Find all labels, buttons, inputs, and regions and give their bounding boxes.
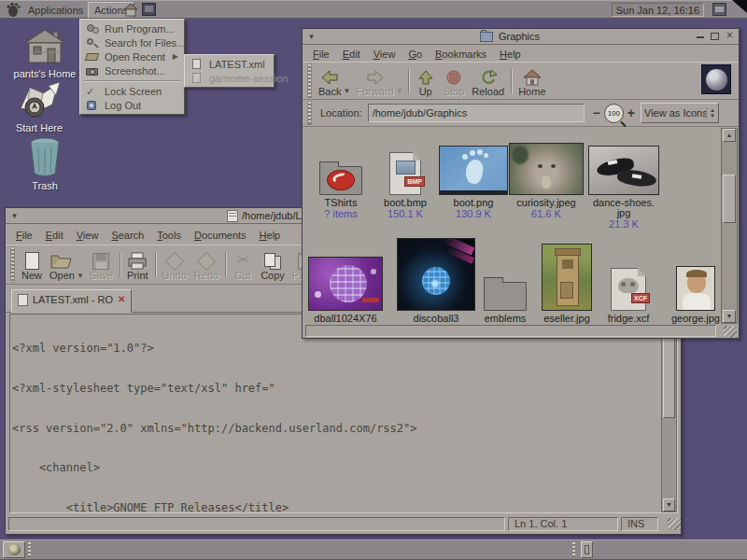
back-button[interactable]: Back [315, 64, 345, 98]
submenu-arrow-icon: ▶ [165, 52, 178, 61]
panel-applet-icon[interactable] [712, 3, 726, 16]
tab-latest-xml[interactable]: LATEST.xml - RO ✕ [11, 289, 132, 313]
menu-item-label: Screenshot... [105, 65, 165, 77]
menu-view[interactable]: View [70, 228, 106, 243]
desktop-icon-home[interactable]: pants's Home [0, 28, 90, 79]
desktop-icon-start-here[interactable]: Start Here [0, 80, 84, 133]
menu-documents[interactable]: Documents [188, 228, 253, 243]
print-button[interactable]: Print [123, 248, 152, 282]
back-history-caret[interactable]: ▼ [343, 87, 350, 95]
undo-icon [168, 249, 181, 270]
open-folder-icon [50, 249, 73, 270]
file-dball1024x76[interactable]: dball1024X76 [308, 236, 383, 324]
scrollbar-thumb[interactable] [663, 329, 675, 418]
file-dance-shoes-jpg[interactable]: dance-shoes. jpg 21.3 K [586, 130, 661, 230]
reload-button[interactable]: Reload [468, 64, 508, 98]
graphics-vscrollbar[interactable]: ▲ ▼ [721, 128, 738, 324]
photo-thumbnail [509, 130, 584, 195]
menu-item-garnome-session[interactable]: garnome-session [186, 71, 273, 85]
menu-item-screenshot[interactable]: Screenshot... [81, 63, 183, 77]
file-george-jpg[interactable]: george.jpg [658, 236, 722, 324]
scroll-up-button[interactable]: ▲ [723, 129, 736, 142]
menu-item-label: Search for Files... [105, 37, 185, 49]
menu-file[interactable]: File [9, 228, 39, 243]
graphics-window: ▾ Graphics × File Edit View Go Bookmarks… [302, 28, 740, 339]
menu-item-lock-screen[interactable]: ✓ Lock Screen [81, 84, 183, 98]
home-button[interactable]: Home [514, 64, 549, 98]
toolbar-drag-handle[interactable] [10, 246, 15, 283]
file-icon-view[interactable]: TShirts ? items BMP boot.bmp 150.1 K boo… [303, 128, 722, 324]
undo-button: Undo [159, 248, 190, 282]
window-menu-button[interactable]: ▾ [305, 31, 317, 43]
file-boot-png[interactable]: boot.png 130.9 K [436, 130, 511, 219]
search-icon [86, 37, 100, 49]
maximize-button[interactable] [708, 30, 722, 43]
minimize-button[interactable] [693, 30, 707, 43]
forward-history-caret: ▼ [396, 87, 403, 95]
resize-grip[interactable] [724, 326, 737, 338]
window-menu-button[interactable]: ▾ [8, 210, 21, 222]
zoom-in-button[interactable]: + [627, 105, 635, 120]
home-launcher-icon[interactable] [123, 3, 138, 19]
new-button[interactable]: New [18, 248, 46, 282]
file-boot-bmp[interactable]: BMP boot.bmp 150.1 K [368, 130, 443, 219]
open-button[interactable]: Open [46, 248, 78, 282]
open-recent-submenu: LATEST.xml garnome-session [184, 54, 275, 88]
scrollbar-thumb[interactable] [723, 175, 736, 223]
open-recent-caret[interactable]: ▼ [77, 272, 84, 280]
location-drag-handle[interactable] [307, 101, 312, 125]
tasklist-drag-handle[interactable] [27, 541, 32, 558]
menu-item-open-recent[interactable]: Open Recent ▶ [81, 49, 183, 63]
menu-file[interactable]: File [306, 47, 336, 62]
menu-item-run-program[interactable]: Run Program... [81, 21, 183, 35]
menu-tools[interactable]: Tools [150, 228, 188, 243]
home-icon [523, 65, 542, 86]
menu-item-log-out[interactable]: Log Out [81, 98, 183, 112]
menu-search[interactable]: Search [105, 228, 150, 243]
menu-bookmarks[interactable]: Bookmarks [429, 47, 493, 62]
copy-icon [264, 249, 281, 270]
zoom-indicator[interactable]: 100 [604, 104, 624, 123]
file-curiosity-jpeg[interactable]: curiosity.jpeg 61.6 K [509, 130, 584, 219]
location-input[interactable]: /home/jdub/Graphics [368, 104, 585, 122]
gedit-text-area[interactable]: <?xml version="1.0"?> <?xml-stylesheet t… [12, 315, 660, 512]
menu-go[interactable]: Go [402, 47, 429, 62]
scroll-down-button[interactable]: ▼ [663, 498, 675, 511]
gnome-foot-icon[interactable] [6, 2, 21, 20]
zoom-out-button[interactable]: − [593, 105, 600, 120]
panel-clock[interactable]: Sun Jan 12, 16:16 [612, 3, 704, 17]
menu-help[interactable]: Help [493, 47, 528, 62]
menu-item-latest-xml[interactable]: LATEST.xml [186, 57, 273, 71]
gedit-text-frame: <?xml version="1.0"?> <?xml-stylesheet t… [9, 314, 678, 513]
redo-button: Redo [190, 248, 222, 282]
statusbar-frame [8, 517, 505, 531]
start-here-icon [15, 80, 63, 119]
menu-help[interactable]: Help [253, 228, 288, 243]
desktop-icon-trash[interactable]: Trash [0, 136, 90, 191]
tab-close-icon[interactable]: ✕ [118, 294, 125, 304]
file-fridge-xcf[interactable]: XCF fridge.xcf [591, 236, 666, 324]
screenshot-launcher-icon[interactable] [142, 3, 156, 16]
file-discoball3[interactable]: discoball3 [399, 236, 473, 324]
pager-drag-handle[interactable] [571, 541, 576, 558]
graphics-titlebar[interactable]: ▾ Graphics × [303, 29, 739, 45]
close-button[interactable]: × [723, 30, 737, 43]
applications-menu[interactable]: Applications [22, 4, 89, 17]
photo-thumbnail [308, 236, 383, 311]
menu-view[interactable]: View [367, 47, 402, 62]
menu-edit[interactable]: Edit [336, 47, 367, 62]
view-as-combo[interactable]: View as Icons▲▼ [641, 103, 719, 123]
menu-item-search-files[interactable]: Search for Files... [81, 35, 183, 49]
show-desktop-button[interactable] [3, 541, 25, 558]
panel-hide-button[interactable] [581, 541, 593, 558]
toolbar-drag-handle[interactable] [307, 63, 312, 98]
scroll-down-button[interactable]: ▼ [723, 310, 736, 323]
copy-button[interactable]: Copy [257, 248, 289, 282]
up-button[interactable]: Up [412, 64, 440, 98]
menu-edit[interactable]: Edit [39, 228, 70, 243]
folder-icon [484, 236, 527, 311]
document-icon [190, 59, 204, 70]
gedit-vscrollbar[interactable]: ▲ ▼ [661, 315, 677, 512]
file-tshirts[interactable]: TShirts ? items [303, 130, 378, 219]
resize-grip[interactable] [668, 518, 681, 530]
